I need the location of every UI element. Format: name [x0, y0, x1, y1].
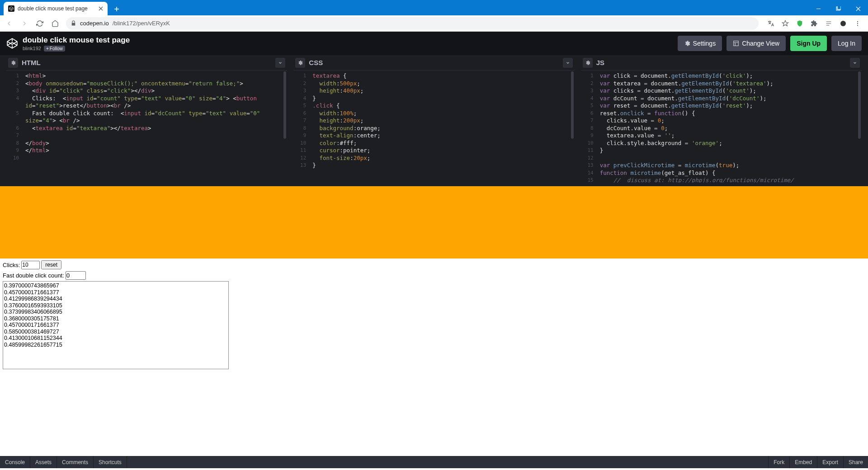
browser-tabstrip: double click mouse test page — [0, 0, 868, 15]
timings-textarea[interactable] — [3, 281, 229, 369]
html-editor: HTML 12345678910 <html> <body onmousedow… — [6, 55, 287, 183]
html-editor-body[interactable]: 12345678910 <html> <body onmousedown="mo… — [6, 70, 287, 183]
pen-title: double click mouse test page — [23, 36, 130, 45]
css-editor: CSS 12345678910111213 textarea { width:5… — [293, 55, 574, 183]
dc-input[interactable] — [66, 271, 86, 280]
settings-button[interactable]: Settings — [678, 36, 722, 51]
line-gutter: 12345678910 — [6, 72, 23, 162]
embed-button[interactable]: Embed — [789, 456, 817, 468]
layout-icon — [733, 40, 739, 47]
login-button[interactable]: Log In — [831, 36, 862, 51]
chevron-down-icon[interactable] — [563, 58, 573, 68]
line-gutter: 123456789101112131415 — [581, 72, 597, 183]
change-view-button[interactable]: Change View — [726, 36, 786, 51]
chevron-down-icon[interactable] — [850, 58, 860, 68]
reading-list-icon[interactable] — [825, 19, 833, 28]
reset-button[interactable]: reset — [41, 260, 61, 269]
js-editor: JS 123456789101112131415 var click = doc… — [581, 55, 862, 183]
click-area[interactable] — [0, 186, 868, 258]
url-input[interactable]: codepen.io/blink172/pen/vERyxK — [66, 17, 759, 30]
forward-button[interactable] — [18, 17, 31, 30]
scrollbar[interactable] — [571, 71, 574, 139]
url-host: codepen.io — [80, 20, 109, 27]
clicks-label: Clicks: — [3, 262, 20, 268]
css-editor-title: CSS — [309, 59, 323, 66]
gear-icon[interactable] — [295, 58, 305, 68]
browser-tab[interactable]: double click mouse test page — [4, 2, 108, 15]
codepen-header: double click mouse test page blink192 +F… — [0, 32, 868, 55]
pen-title-block: double click mouse test page blink192 +F… — [23, 36, 130, 52]
svg-point-4 — [857, 21, 858, 22]
signup-button[interactable]: Sign Up — [790, 36, 827, 51]
maximize-button[interactable] — [828, 2, 848, 15]
menu-icon[interactable] — [854, 19, 862, 28]
star-icon[interactable] — [781, 19, 789, 28]
assets-button[interactable]: Assets — [30, 456, 57, 468]
lock-icon — [71, 20, 76, 26]
export-button[interactable]: Export — [817, 456, 843, 468]
svg-point-5 — [857, 23, 858, 24]
editor-row: HTML 12345678910 <html> <body onmousedow… — [0, 55, 868, 186]
close-window-button[interactable] — [848, 2, 868, 15]
clicks-input[interactable] — [21, 261, 40, 269]
svg-point-6 — [857, 24, 858, 25]
fork-button[interactable]: Fork — [768, 456, 789, 468]
shield-icon[interactable] — [796, 19, 804, 28]
share-button[interactable]: Share — [843, 456, 868, 468]
new-tab-button[interactable] — [110, 3, 123, 15]
svg-rect-7 — [734, 41, 739, 46]
js-editor-header: JS — [581, 55, 862, 70]
address-bar: codepen.io/blink172/pen/vERyxK — [0, 15, 868, 32]
gear-icon — [684, 40, 690, 47]
codepen-logo-icon[interactable] — [6, 38, 18, 49]
scrollbar[interactable] — [283, 71, 286, 139]
html-editor-header: HTML — [6, 55, 287, 70]
home-button[interactable] — [49, 17, 61, 30]
chevron-down-icon[interactable] — [275, 58, 285, 68]
tab-title: double click mouse test page — [18, 5, 95, 12]
js-code[interactable]: var click = document.getElementById('cli… — [600, 72, 862, 183]
reload-button[interactable] — [33, 17, 46, 30]
minimize-button[interactable] — [808, 2, 828, 15]
css-editor-body[interactable]: 12345678910111213 textarea { width:500px… — [293, 70, 574, 183]
line-gutter: 12345678910111213 — [293, 72, 310, 169]
svg-point-3 — [840, 21, 846, 26]
pen-author[interactable]: blink192 — [23, 46, 41, 51]
codepen-footer: Console Assets Comments Shortcuts Fork E… — [0, 456, 868, 468]
html-editor-title: HTML — [22, 59, 41, 66]
js-editor-title: JS — [596, 59, 604, 66]
dc-label: Fast double click count: — [3, 272, 64, 279]
css-editor-header: CSS — [293, 55, 574, 70]
svg-rect-1 — [837, 6, 841, 9]
tab-favicon-icon — [8, 5, 14, 12]
close-icon[interactable] — [99, 6, 103, 11]
js-editor-body[interactable]: 123456789101112131415 var click = docume… — [581, 70, 862, 183]
translate-icon[interactable] — [767, 19, 775, 28]
extension-icon[interactable] — [839, 19, 847, 28]
extensions-icon[interactable] — [810, 19, 818, 28]
gear-icon[interactable] — [583, 58, 593, 68]
result-pane: Clicks: reset Fast double click count: — [0, 186, 868, 456]
window-controls — [808, 2, 868, 15]
follow-button[interactable]: +Follow — [44, 46, 65, 52]
css-code[interactable]: textarea { width:500px; height:400px; } … — [312, 72, 574, 169]
gear-icon[interactable] — [8, 58, 18, 68]
html-code[interactable]: <html> <body onmousedown="mouseClick();"… — [25, 72, 287, 155]
extension-icons — [763, 19, 865, 28]
scrollbar[interactable] — [858, 71, 861, 139]
console-button[interactable]: Console — [0, 456, 30, 468]
comments-button[interactable]: Comments — [57, 456, 94, 468]
back-button[interactable] — [3, 17, 15, 30]
url-path: /blink172/pen/vERyxK — [113, 20, 170, 27]
shortcuts-button[interactable]: Shortcuts — [94, 456, 127, 468]
